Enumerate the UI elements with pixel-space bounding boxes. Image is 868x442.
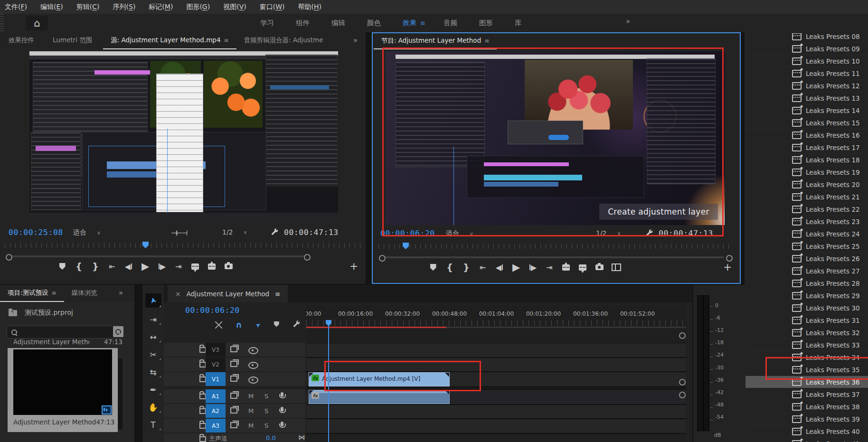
- lock-icon[interactable]: [199, 436, 206, 442]
- go-to-out-button[interactable]: ⇥: [545, 262, 554, 273]
- workspace-tab-learn[interactable]: 学习: [260, 19, 278, 28]
- mute-button[interactable]: M: [248, 389, 254, 403]
- panel-menu-icon[interactable]: ≡: [275, 290, 280, 298]
- preset-item[interactable]: ★Leaks Presets 13: [745, 92, 868, 104]
- preset-item[interactable]: ★Leaks Presets 12: [745, 79, 868, 92]
- workspace-tab-assembly[interactable]: 组件: [296, 19, 313, 28]
- project-search-input[interactable]: [7, 326, 120, 339]
- project-filter-button[interactable]: [113, 326, 123, 337]
- menu-item[interactable]: 窗口(W): [260, 3, 285, 11]
- mute-button[interactable]: M: [248, 419, 254, 433]
- preset-item[interactable]: ★Leaks Presets 21: [745, 190, 868, 203]
- zoom-handle-left[interactable]: [379, 255, 386, 262]
- preset-item[interactable]: ★Leaks Presets 31: [745, 314, 868, 326]
- panel-menu-icon[interactable]: ≡: [52, 290, 57, 296]
- sync-lock-icon[interactable]: [230, 422, 237, 428]
- tab-media-browser[interactable]: 媒体浏览: [64, 285, 108, 302]
- preset-item[interactable]: ★Leaks Presets 11: [745, 67, 868, 79]
- hand-tool[interactable]: ✋: [145, 402, 161, 413]
- preset-item[interactable]: ★Leaks Presets 26: [745, 252, 868, 264]
- snap-magnet-icon[interactable]: ∩: [236, 321, 242, 329]
- lock-icon[interactable]: [199, 394, 206, 399]
- go-to-in-button[interactable]: ⇤: [108, 261, 116, 272]
- preset-item[interactable]: ★Leaks Presets 23: [745, 215, 868, 227]
- workspace-tab-editing[interactable]: 编辑: [331, 19, 349, 28]
- mark-out-button[interactable]: }: [91, 261, 100, 272]
- bowtie-icon[interactable]: ⋈: [298, 433, 305, 441]
- drag-audio-icon[interactable]: ⊣⊢⊣: [171, 229, 187, 237]
- selection-tool[interactable]: ➤: [145, 293, 161, 308]
- preset-item[interactable]: ★Leaks Presets 37: [745, 388, 868, 400]
- timeline-settings-wrench-icon[interactable]: [292, 320, 301, 329]
- sync-lock-icon[interactable]: [230, 376, 237, 382]
- timeline-ruler[interactable]: 00:00:0000:00:16:0000:00:32:0000:00:48:0…: [306, 310, 686, 317]
- track-header-v2[interactable]: V2: [164, 357, 305, 371]
- go-to-in-button[interactable]: ⇤: [479, 262, 487, 273]
- preset-item[interactable]: ★Leaks Presets 29: [745, 289, 868, 301]
- preset-item[interactable]: ★Leaks Presets 14: [745, 104, 868, 116]
- project-breadcrumb[interactable]: 测试预设.prproj: [9, 309, 73, 317]
- source-scrubber[interactable]: [5, 243, 361, 248]
- source-settings-wrench-icon[interactable]: [271, 228, 279, 237]
- track-header-v3[interactable]: V3: [164, 343, 305, 357]
- preset-item[interactable]: ★Leaks Presets 27: [745, 264, 868, 277]
- program-scrubber[interactable]: [378, 244, 734, 249]
- panel-tabs-overflow[interactable]: »: [353, 36, 358, 45]
- menu-item[interactable]: 文件(F): [5, 3, 27, 11]
- zoom-handle-right[interactable]: [304, 254, 311, 261]
- lock-icon[interactable]: [199, 408, 206, 414]
- zoom-handle-left[interactable]: [6, 254, 12, 261]
- lock-icon[interactable]: [199, 347, 206, 353]
- mute-button[interactable]: M: [248, 404, 254, 418]
- track-header-a1[interactable]: A1 M S: [164, 389, 305, 403]
- preset-item[interactable]: ★Leaks Presets 16: [745, 129, 868, 141]
- slip-tool[interactable]: ⇆: [145, 367, 161, 378]
- audio-clip[interactable]: fx: [309, 390, 450, 404]
- preset-item[interactable]: ★Leaks Presets 18: [745, 153, 868, 166]
- preset-item[interactable]: ★Leaks Presets 10: [745, 55, 868, 67]
- preset-item[interactable]: ★Leaks Presets 17: [745, 141, 868, 153]
- source-resolution-select[interactable]: 1/2∨: [218, 227, 251, 237]
- workspace-tab-color[interactable]: 颜色: [367, 19, 385, 28]
- eye-icon[interactable]: [248, 347, 258, 354]
- add-marker-button[interactable]: [58, 261, 66, 272]
- preset-item[interactable]: ★Leaks Presets 22: [745, 203, 868, 215]
- preset-item[interactable]: ★Leaks Presets 25: [745, 240, 868, 252]
- play-button[interactable]: ▶: [512, 262, 520, 273]
- preset-item[interactable]: ★Leaks Presets 09: [745, 42, 868, 55]
- project-item-thumbnail[interactable]: Adjustment Layer Method 47:13: [8, 348, 118, 432]
- track-select-forward-tool[interactable]: ⇥: [145, 314, 161, 325]
- preset-item[interactable]: ★Leaks Presets 40: [745, 425, 868, 437]
- tab-project[interactable]: 项目:测试预设≡: [0, 285, 64, 302]
- comparison-view-button[interactable]: [612, 262, 621, 273]
- menu-item[interactable]: 剪辑(C): [76, 3, 100, 11]
- menu-item[interactable]: 帮助(H): [298, 3, 321, 11]
- menu-item[interactable]: 图形(G): [186, 3, 210, 11]
- project-scrollbar[interactable]: [118, 358, 123, 430]
- mic-icon[interactable]: [281, 392, 283, 397]
- lift-button[interactable]: [562, 262, 570, 273]
- mic-icon[interactable]: [281, 422, 283, 426]
- step-back-button[interactable]: ◀: [124, 261, 133, 272]
- eye-icon[interactable]: [248, 362, 258, 369]
- preset-item[interactable]: ★Leaks Presets 32: [745, 326, 868, 339]
- program-zoom-scrollbar[interactable]: [385, 256, 724, 258]
- mark-in-button[interactable]: {: [75, 261, 83, 272]
- panel-menu-icon[interactable]: ≡: [484, 38, 489, 44]
- panel-menu-icon[interactable]: ≡: [224, 37, 229, 44]
- sync-lock-icon[interactable]: [230, 407, 237, 414]
- workspace-tab-graphics[interactable]: 图形: [479, 19, 497, 28]
- solo-button[interactable]: S: [264, 389, 268, 403]
- menu-item[interactable]: 序列(S): [113, 3, 136, 11]
- lock-icon[interactable]: [199, 362, 206, 367]
- workspace-tab-effects[interactable]: 效果≡: [403, 19, 425, 28]
- timeline-scroll-handle[interactable]: [679, 392, 686, 398]
- sync-lock-icon[interactable]: [230, 346, 237, 352]
- menu-item[interactable]: 编辑(E): [40, 3, 63, 11]
- source-button-editor-plus[interactable]: +: [349, 260, 358, 272]
- tab-source-monitor[interactable]: 源: Adjustment Layer Method.mp4≡: [103, 32, 236, 49]
- program-button-editor-plus[interactable]: +: [723, 261, 732, 273]
- menu-item[interactable]: 标记(M): [149, 3, 173, 11]
- sync-lock-icon[interactable]: [230, 393, 237, 399]
- step-forward-button[interactable]: ▶: [158, 261, 166, 272]
